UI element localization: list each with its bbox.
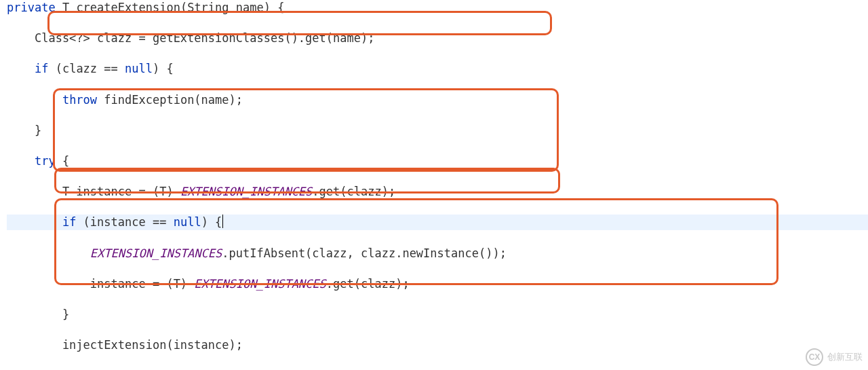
- code-line[interactable]: private T createExtension(String name) {: [7, 0, 868, 16]
- code-line[interactable]: injectExtension(instance);: [7, 337, 868, 353]
- code-line[interactable]: throw findException(name);: [7, 92, 868, 108]
- watermark-text: 创新互联: [827, 350, 863, 365]
- code-line[interactable]: EXTENSION_INSTANCES.putIfAbsent(clazz, c…: [7, 246, 868, 261]
- code-line[interactable]: Class<?> clazz = getExtensionClasses().g…: [7, 31, 868, 46]
- code-line[interactable]: T instance = (T) EXTENSION_INSTANCES.get…: [7, 184, 868, 200]
- code-editor[interactable]: private T createExtension(String name) {…: [0, 0, 868, 370]
- code-line-current[interactable]: if (instance == null) {: [7, 215, 868, 230]
- code-line[interactable]: if (clazz == null) {: [7, 61, 868, 77]
- code-line[interactable]: instance = (T) EXTENSION_INSTANCES.get(c…: [7, 276, 868, 292]
- text-caret: [222, 215, 223, 228]
- watermark-logo-icon: CX: [806, 348, 823, 366]
- code-line[interactable]: }: [7, 123, 868, 138]
- code-line[interactable]: try {: [7, 153, 868, 169]
- code-line[interactable]: }: [7, 307, 868, 322]
- watermark: CX 创新互联: [806, 348, 863, 366]
